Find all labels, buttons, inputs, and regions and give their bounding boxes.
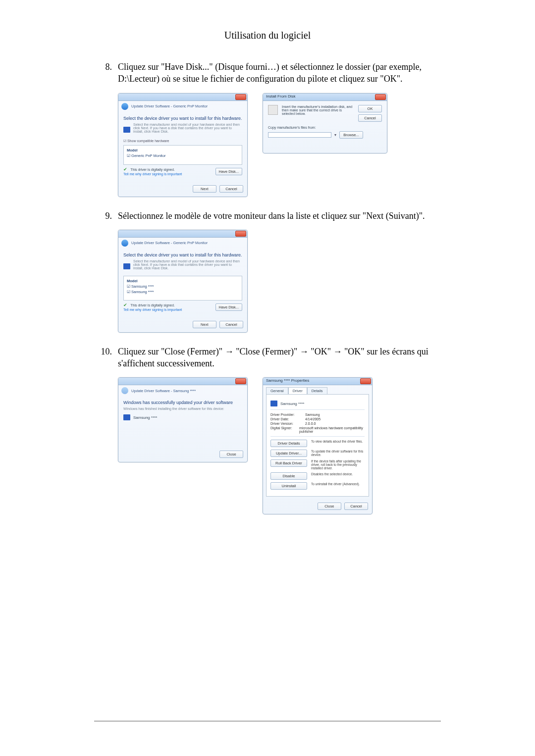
button-desc: To uninstall the driver (Advanced).: [311, 482, 365, 486]
rollback-driver-button[interactable]: Roll Back Driver: [270, 459, 307, 467]
driver-details-button[interactable]: Driver Details: [270, 440, 307, 447]
have-disk-button[interactable]: Have Disk...: [215, 168, 242, 175]
next-button[interactable]: Next: [193, 321, 216, 328]
signing-link[interactable]: Tell me why driver signing is important: [123, 308, 182, 311]
tab-general[interactable]: General: [266, 387, 288, 394]
close-button[interactable]: Close: [318, 503, 341, 510]
have-disk-button[interactable]: Have Disk...: [215, 303, 242, 311]
close-icon[interactable]: [235, 94, 246, 100]
signing-link[interactable]: Tell me why driver signing is important: [123, 172, 182, 176]
disable-button[interactable]: Disable: [270, 472, 307, 480]
monitor-icon: [123, 127, 130, 133]
step-10-number: 10.: [94, 346, 118, 370]
tab-details[interactable]: Details: [307, 387, 327, 394]
kv-value: microsoft windows hardware compatibility…: [299, 426, 365, 433]
titlebar: [118, 94, 247, 101]
step-8: 8. Cliquez sur "Have Disk..." (Disque fo…: [94, 61, 441, 85]
tabbar: General Driver Details: [263, 385, 372, 394]
shield-icon: ✔: [123, 167, 127, 172]
step-8-number: 8.: [94, 61, 118, 85]
cancel-button[interactable]: Cancel: [219, 185, 243, 193]
breadcrumb: Update Driver Software - Generic PnP Mon…: [131, 104, 208, 108]
titlebar: [118, 230, 247, 238]
dialog-heading: Select the device driver you want to ins…: [123, 252, 242, 257]
cancel-button[interactable]: Cancel: [219, 321, 243, 328]
back-icon: [121, 387, 128, 394]
path-input[interactable]: [268, 132, 331, 138]
close-icon[interactable]: [360, 378, 371, 384]
close-icon[interactable]: [375, 94, 386, 100]
shield-icon: ✔: [123, 302, 127, 307]
signed-label: This driver is digitally signed.: [130, 303, 174, 307]
kv-value: 2.0.0.0: [305, 422, 316, 425]
model-listbox[interactable]: Model ☑ Samsung **** ☑ Samsung ****: [123, 276, 242, 301]
kv-key: Digital Signer:: [270, 426, 299, 433]
window-install-from-disk: Install From Disk Insert the manufacture…: [263, 93, 387, 153]
kv-key: Driver Version:: [270, 422, 305, 425]
close-icon[interactable]: [235, 231, 246, 237]
window-title: Samsung **** Properties: [266, 378, 309, 383]
device-name: Samsung ****: [133, 415, 157, 420]
step-10: 10. Cliquez sur "Close (Fermer)" → "Clos…: [94, 346, 441, 370]
chevron-down-icon[interactable]: ▾: [334, 133, 336, 137]
button-desc: If the device fails after updating the d…: [311, 459, 365, 470]
dialog-subtext: Windows has finished installing the driv…: [123, 407, 242, 410]
kv-value: Samsung: [305, 413, 320, 416]
dialog-subtext: Select the manufacturer and model of you…: [133, 259, 242, 270]
browse-button[interactable]: Browse...: [339, 131, 363, 139]
update-driver-button[interactable]: Update Driver...: [270, 450, 307, 457]
ok-button[interactable]: OK: [358, 105, 382, 112]
monitor-icon: [270, 401, 277, 406]
page-title: Utilisation du logiciel: [94, 30, 441, 41]
button-desc: Disables the selected device.: [311, 472, 365, 476]
dialog-message: Insert the manufacturer's installation d…: [282, 105, 354, 122]
column-model: Model: [127, 148, 239, 153]
dialog-subtext: Select the manufacturer and model of you…: [133, 123, 242, 133]
kv-key: Driver Date:: [270, 417, 305, 421]
kv-key: Driver Provider:: [270, 413, 305, 416]
footer-divider: [94, 721, 441, 721]
copy-from-label: Copy manufacturer's files from:: [268, 126, 382, 129]
window-update-driver: Update Driver Software - Generic PnP Mon…: [118, 93, 248, 197]
titlebar: Install From Disk: [263, 94, 387, 101]
step-8-text: Cliquez sur "Have Disk..." (Disque fourn…: [118, 61, 441, 85]
close-icon[interactable]: [235, 378, 246, 384]
cancel-button[interactable]: Cancel: [344, 503, 368, 510]
tab-driver[interactable]: Driver: [288, 387, 307, 394]
column-model: Model: [127, 278, 239, 284]
step-9-text: Sélectionnez le modèle de votre moniteur…: [118, 210, 441, 222]
list-item[interactable]: ☑ Generic PnP Monitor: [127, 153, 239, 158]
kv-value: 4/14/2005: [305, 417, 321, 421]
dialog-heading: Select the device driver you want to ins…: [123, 116, 242, 121]
show-compatible-checkbox-label[interactable]: ☑ Show compatible hardware: [123, 139, 242, 143]
uninstall-button[interactable]: Uninstall: [270, 482, 307, 490]
window-select-model: Update Driver Software - Generic PnP Mon…: [118, 230, 248, 333]
list-item[interactable]: ☑ Samsung ****: [127, 284, 239, 289]
list-item[interactable]: ☑ Samsung ****: [127, 289, 239, 295]
window-title: Install From Disk: [266, 94, 296, 99]
disk-icon: [268, 105, 278, 115]
signed-label: This driver is digitally signed.: [130, 168, 174, 171]
breadcrumb: Update Driver Software - Samsung ****: [131, 389, 196, 393]
device-name: Samsung ****: [280, 402, 304, 406]
window-update-success: Update Driver Software - Samsung **** Wi…: [118, 377, 248, 462]
back-icon[interactable]: [121, 103, 128, 110]
titlebar: Samsung **** Properties: [263, 378, 372, 385]
model-listbox[interactable]: Model ☑ Generic PnP Monitor: [123, 145, 242, 165]
step-10-text: Cliquez sur "Close (Fermer)" → "Close (F…: [118, 346, 441, 370]
next-button[interactable]: Next: [193, 185, 216, 193]
button-desc: To update the driver software for this d…: [311, 450, 365, 456]
cancel-button[interactable]: Cancel: [358, 114, 382, 122]
breadcrumb: Update Driver Software - Generic PnP Mon…: [131, 241, 208, 245]
back-icon[interactable]: [121, 240, 128, 247]
step-9: 9. Sélectionnez le modèle de votre monit…: [94, 210, 441, 222]
close-button[interactable]: Close: [219, 451, 243, 458]
dialog-heading: Windows has successfully updated your dr…: [123, 400, 242, 405]
titlebar: [118, 378, 247, 385]
window-properties: Samsung **** Properties General Driver D…: [263, 377, 373, 514]
monitor-icon: [123, 263, 130, 269]
button-desc: To view details about the driver files.: [311, 440, 365, 443]
step-9-number: 9.: [94, 210, 118, 222]
monitor-icon: [123, 414, 130, 420]
